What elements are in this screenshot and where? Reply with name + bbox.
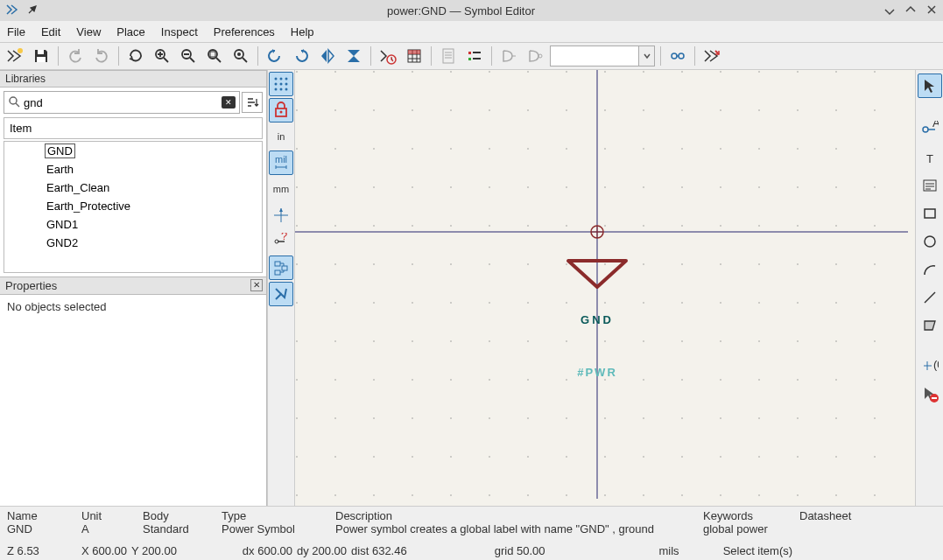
cursor-full-button[interactable] (269, 203, 293, 228)
svg-rect-6 (210, 52, 215, 57)
add-textbox-button[interactable] (918, 173, 942, 198)
tree-item[interactable]: GND2 (4, 234, 262, 252)
menu-place[interactable]: Place (116, 25, 145, 38)
status-dy: dy 200.00 (297, 544, 347, 557)
libraries-panel-title: Libraries (0, 70, 266, 88)
library-tree[interactable]: GND Earth Earth_Clean Earth_Protective G… (4, 141, 263, 273)
redo-button[interactable] (90, 45, 113, 67)
svg-rect-47 (925, 209, 935, 218)
zoom-in-button[interactable] (151, 45, 173, 67)
rotate-cw-button[interactable] (290, 45, 313, 67)
menu-inspect[interactable]: Inspect (161, 25, 198, 38)
show-hierarchy-button[interactable] (269, 256, 293, 280)
tree-item[interactable]: Earth (4, 160, 262, 178)
svg-rect-13 (468, 52, 471, 54)
svg-rect-12 (443, 49, 454, 63)
tree-item-label: Earth_Protective (46, 200, 130, 213)
refresh-button[interactable] (124, 45, 147, 67)
units-in-button[interactable]: in (269, 124, 293, 149)
zoom-fit-button[interactable] (203, 45, 226, 67)
status-datasheet-label: Datasheet (799, 509, 869, 522)
svg-point-21 (285, 78, 288, 80)
insert-to-schematic-button[interactable] (700, 45, 723, 67)
svg-point-25 (275, 88, 278, 91)
zoom-selection-button[interactable] (229, 45, 252, 67)
svg-rect-11 (408, 50, 420, 54)
new-symbol-button[interactable] (4, 45, 26, 67)
minimize-button[interactable] (883, 4, 896, 18)
svg-point-27 (285, 88, 288, 91)
svg-point-24 (285, 83, 288, 86)
add-rect-button[interactable] (918, 201, 942, 226)
tree-item[interactable]: Earth_Clean (4, 178, 262, 197)
clear-search-button[interactable]: ✕ (222, 96, 236, 108)
window-title: power:GND — Symbol Editor (39, 4, 883, 18)
tree-item-label: GND2 (46, 236, 78, 249)
tree-item[interactable]: GND (4, 142, 262, 160)
symbol-name-label: GND (581, 313, 614, 326)
tree-header-item[interactable]: Item (4, 117, 263, 139)
status-x: X 600.00 (81, 544, 127, 557)
show-pin-electrical-button[interactable]: ? (269, 229, 293, 254)
save-button[interactable] (30, 45, 53, 67)
grid-toggle-button[interactable] (269, 72, 293, 96)
demorgan-alt-button[interactable] (524, 45, 546, 67)
demorgan-button[interactable] (497, 45, 520, 67)
close-button[interactable] (925, 4, 938, 18)
add-pin-button[interactable]: A (918, 117, 942, 142)
add-circle-button[interactable] (918, 229, 942, 254)
units-mil-button[interactable]: mil (269, 150, 293, 175)
delete-tool-button[interactable] (918, 382, 942, 406)
menu-preferences[interactable]: Preferences (214, 25, 275, 38)
menu-edit[interactable]: Edit (41, 25, 60, 38)
tree-item[interactable]: GND1 (4, 215, 262, 234)
grid-override-button[interactable] (269, 98, 293, 122)
svg-point-19 (275, 78, 278, 80)
menu-view[interactable]: View (76, 25, 101, 38)
menu-help[interactable]: Help (291, 25, 314, 38)
close-panel-button[interactable]: ✕ (250, 279, 263, 291)
select-tool-button[interactable] (918, 74, 942, 98)
unit-select[interactable] (550, 46, 655, 66)
units-mm-button[interactable]: mm (269, 177, 293, 201)
zoom-out-button[interactable] (177, 45, 200, 67)
preferences-button[interactable] (269, 282, 293, 306)
svg-point-22 (275, 83, 278, 86)
add-text-button[interactable]: T (918, 145, 942, 170)
svg-point-20 (280, 78, 283, 80)
erc-button[interactable] (463, 45, 486, 67)
symbol-ref-label: #PWR (577, 366, 617, 379)
svg-rect-33 (282, 266, 287, 270)
datasheet-button[interactable] (437, 45, 460, 67)
svg-rect-1 (38, 50, 44, 54)
status-body-label: Body (143, 509, 204, 522)
svg-point-18 (10, 97, 17, 104)
symbol-properties-button[interactable] (376, 45, 399, 67)
canvas[interactable]: GND #PWR (295, 70, 915, 506)
rotate-ccw-button[interactable] (264, 45, 286, 67)
tree-item[interactable]: Earth_Protective (4, 197, 262, 215)
sort-button[interactable] (242, 92, 263, 113)
sync-pins-button[interactable] (666, 45, 689, 67)
menu-file[interactable]: File (7, 25, 25, 38)
pin-icon[interactable] (26, 4, 39, 18)
search-input[interactable] (24, 96, 222, 109)
pin-table-button[interactable] (403, 45, 426, 67)
svg-point-16 (672, 53, 677, 59)
svg-point-0 (18, 48, 23, 53)
undo-button[interactable] (64, 45, 87, 67)
maximize-button[interactable] (904, 4, 917, 18)
add-polygon-button[interactable] (918, 313, 942, 338)
status-dist: dist 632.46 (351, 544, 407, 557)
mirror-v-button[interactable] (342, 45, 365, 67)
status-mode: Select item(s) (723, 544, 792, 557)
properties-panel: Properties✕ No objects selected (0, 276, 266, 506)
add-line-button[interactable] (918, 285, 942, 310)
anchor-button[interactable]: (0,0) (918, 354, 942, 378)
mirror-h-button[interactable] (316, 45, 339, 67)
status-unit-label: Unit (81, 509, 125, 522)
tree-item-label: Earth (46, 163, 74, 176)
properties-body: No objects selected (0, 295, 266, 506)
add-arc-button[interactable] (918, 257, 942, 282)
svg-point-29 (280, 111, 283, 114)
